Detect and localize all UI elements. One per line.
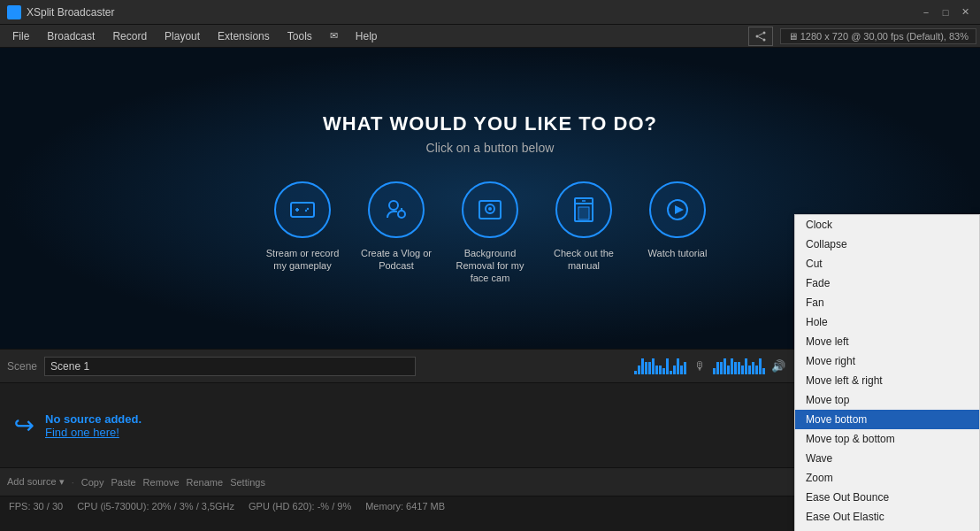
- remove-btn[interactable]: Remove: [143, 477, 180, 488]
- dropdown-fan[interactable]: Fan: [795, 293, 979, 312]
- scene-name-input[interactable]: [44, 357, 416, 376]
- tutorial-icon: [665, 197, 690, 222]
- dropdown-move-left[interactable]: Move left: [795, 332, 979, 351]
- svg-point-10: [389, 201, 398, 210]
- svg-point-9: [305, 209, 307, 211]
- manual-icon: [571, 196, 596, 223]
- memory-text: Memory: 6417 MB: [365, 501, 445, 512]
- share-icon: [754, 30, 767, 42]
- svg-line-4: [758, 36, 762, 39]
- svg-marker-21: [675, 205, 684, 214]
- dropdown-move-left-right[interactable]: Move left & right: [795, 371, 979, 390]
- resolution-info: 🖥 1280 x 720 @ 30,00 fps (Default), 83%: [780, 28, 976, 44]
- restore-button[interactable]: □: [938, 4, 953, 20]
- add-source-btn[interactable]: Add source ▾: [7, 476, 65, 488]
- preview-title: WHAT WOULD YOU LIKE TO DO?: [323, 112, 657, 135]
- titlebar: XSplit Broadcaster − □ ✕: [0, 0, 980, 25]
- preview-subtitle: Click on a button below: [426, 141, 555, 155]
- cpu-text: CPU (i5-7300U): 20% / 3% / 3,5GHz: [77, 501, 234, 512]
- no-source-line2[interactable]: Find one here!: [45, 426, 142, 439]
- action-buttons: Stream or record my gameplay Create a Vl…: [263, 181, 717, 285]
- copy-btn[interactable]: Copy: [81, 477, 104, 488]
- settings-btn[interactable]: Settings: [230, 477, 265, 488]
- scene-label: Scene: [7, 360, 37, 373]
- action-btn-vlog[interactable]: Create a Vlog or Podcast: [356, 181, 436, 285]
- dropdown-move-top-bottom[interactable]: Move top & bottom: [795, 429, 979, 449]
- dropdown-wave[interactable]: Wave: [795, 449, 979, 468]
- tutorial-icon-circle: [649, 181, 706, 238]
- vlog-icon: [383, 196, 410, 223]
- action-btn-manual[interactable]: Check out the manual: [544, 181, 624, 285]
- speaker-wave-bars: [713, 358, 765, 374]
- vlog-icon-circle: [368, 181, 425, 238]
- paste-btn[interactable]: Paste: [111, 477, 135, 488]
- menu-extensions[interactable]: Extensions: [209, 25, 279, 47]
- app-icon: [7, 5, 21, 19]
- svg-point-2: [755, 35, 758, 37]
- gameplay-icon: [289, 199, 316, 220]
- dropdown-fade[interactable]: Fade: [795, 273, 979, 293]
- volume-icon[interactable]: 🔊: [769, 357, 788, 376]
- svg-rect-5: [291, 203, 314, 217]
- dropdown-collapse[interactable]: Collapse: [795, 235, 979, 254]
- menu-mail-icon[interactable]: ✉: [321, 25, 347, 47]
- sep1: ·: [72, 477, 74, 488]
- dropdown-move-top[interactable]: Move top: [795, 390, 979, 410]
- rename-btn[interactable]: Rename: [187, 477, 224, 488]
- fps-text: FPS: 30 / 30: [9, 501, 63, 512]
- bg-removal-label: Background Removal for my face cam: [450, 247, 530, 285]
- dropdown-zoom[interactable]: Zoom: [795, 468, 979, 488]
- svg-point-14: [488, 207, 492, 211]
- svg-rect-18: [578, 207, 589, 219]
- no-source-text: No source added. Find one here!: [45, 412, 142, 439]
- close-button[interactable]: ✕: [957, 4, 973, 20]
- tutorial-label: Watch tutorial: [648, 247, 708, 259]
- gpu-text: GPU (HD 620): -% / 9%: [249, 501, 351, 512]
- action-btn-gameplay[interactable]: Stream or record my gameplay: [263, 181, 342, 285]
- vlog-label: Create a Vlog or Podcast: [356, 247, 436, 273]
- dropdown-ease-out-bounce[interactable]: Ease Out Bounce: [795, 488, 979, 507]
- action-btn-tutorial[interactable]: Watch tutorial: [638, 181, 717, 285]
- menu-record[interactable]: Record: [103, 25, 156, 47]
- minimize-button[interactable]: −: [918, 4, 934, 20]
- resolution-value: 1280 x 720 @ 30,00 fps (Default), 83%: [800, 31, 969, 42]
- menu-playout[interactable]: Playout: [156, 25, 209, 47]
- svg-line-3: [758, 33, 762, 35]
- manual-label: Check out the manual: [544, 247, 624, 273]
- menubar: File Broadcast Record Playout Extensions…: [0, 25, 980, 48]
- svg-point-1: [762, 38, 765, 41]
- no-source-line1: No source added.: [45, 412, 142, 426]
- menu-help[interactable]: Help: [347, 25, 387, 47]
- menu-tools[interactable]: Tools: [279, 25, 321, 47]
- right-info: 🖥 1280 x 720 @ 30,00 fps (Default), 83%: [748, 27, 976, 46]
- bg-removal-icon: [477, 198, 503, 221]
- app-title: XSplit Broadcaster: [27, 6, 913, 19]
- resolution-text: 🖥: [788, 31, 800, 42]
- svg-point-11: [398, 211, 405, 218]
- action-btn-bg-removal[interactable]: Background Removal for my face cam: [450, 181, 530, 285]
- svg-point-8: [307, 207, 309, 209]
- bg-removal-icon-circle: [462, 181, 518, 238]
- mic-icon[interactable]: 🎙: [690, 357, 709, 376]
- manual-icon-circle: [555, 181, 612, 238]
- mic-wave-bars: [634, 358, 686, 374]
- share-button[interactable]: [748, 27, 773, 46]
- dropdown-ease-in-out-back[interactable]: Ease In Out Back: [795, 527, 979, 531]
- dropdown-hole[interactable]: Hole: [795, 312, 979, 332]
- no-source-arrow-icon: ↩: [14, 411, 34, 440]
- gameplay-icon-circle: [274, 181, 331, 238]
- transition-dropdown: Clock Collapse Cut Fade Fan Hole Move le…: [794, 214, 980, 531]
- menu-broadcast[interactable]: Broadcast: [38, 25, 103, 47]
- window-controls: − □ ✕: [918, 4, 973, 20]
- gameplay-label: Stream or record my gameplay: [263, 247, 342, 273]
- dropdown-ease-out-elastic[interactable]: Ease Out Elastic: [795, 507, 979, 527]
- menu-file[interactable]: File: [4, 25, 38, 47]
- dropdown-move-bottom[interactable]: Move bottom: [795, 410, 979, 429]
- dropdown-cut[interactable]: Cut: [795, 254, 979, 273]
- dropdown-move-right[interactable]: Move right: [795, 351, 979, 371]
- svg-point-0: [762, 31, 765, 34]
- dropdown-clock[interactable]: Clock: [795, 215, 979, 235]
